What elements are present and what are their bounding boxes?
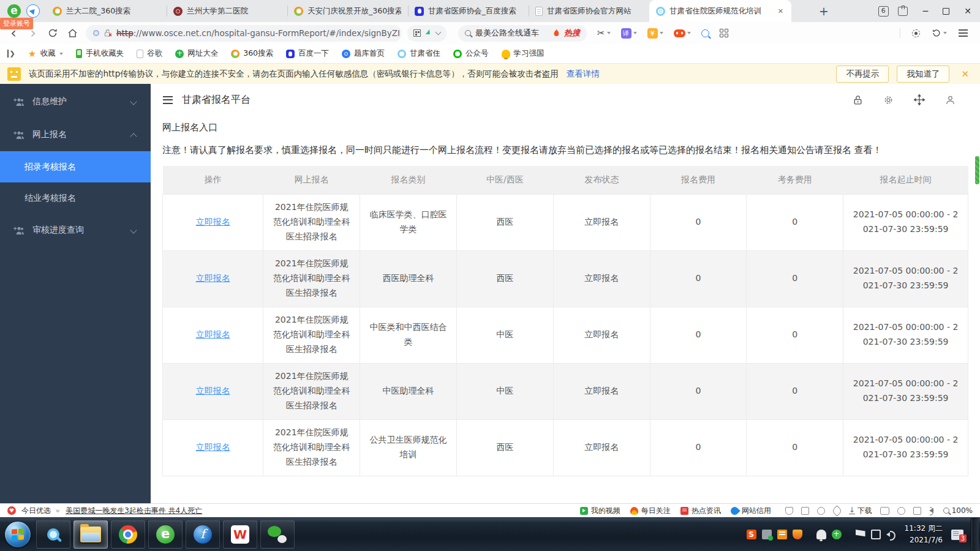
- image-icon[interactable]: [801, 507, 809, 515]
- sidebar-subitem-graduation-exam[interactable]: 结业考核报名: [0, 182, 151, 214]
- rocket-icon[interactable]: [831, 505, 842, 516]
- menu-fold-icon[interactable]: [163, 96, 173, 104]
- status-item[interactable]: 网站信用: [731, 506, 771, 516]
- taskbar-wps-button[interactable]: W: [223, 520, 257, 549]
- close-warning-icon[interactable]: ✕: [961, 69, 969, 80]
- taskbar-search-button[interactable]: [36, 520, 70, 549]
- news-headline-link[interactable]: 美国费城一晚发生3起枪击事件 共4人死亡: [66, 506, 202, 516]
- featured-label[interactable]: 今日优选: [21, 506, 51, 516]
- site-indicator-icon[interactable]: [93, 30, 99, 36]
- apply-now-link[interactable]: 立即报名: [196, 273, 230, 283]
- bookmark-item[interactable]: 360搜索: [231, 48, 273, 59]
- insecure-lock-icon[interactable]: [104, 29, 112, 37]
- address-bar[interactable]: http://www.osce.net.cn/hospital-gansu-Fo…: [86, 25, 402, 42]
- reader-icon[interactable]: [897, 507, 905, 515]
- status-item[interactable]: 每日关注: [630, 506, 671, 516]
- hot-search-label[interactable]: 热搜: [564, 28, 580, 39]
- status-item[interactable]: 我的视频: [580, 506, 620, 516]
- sidebar-item-info-maintenance[interactable]: 信息维护: [0, 85, 151, 118]
- sogou-input-icon[interactable]: S: [747, 530, 756, 539]
- volume-icon[interactable]: [886, 530, 896, 539]
- maximize-button[interactable]: [943, 8, 949, 15]
- notification-bell-icon[interactable]: [816, 530, 826, 539]
- taskbar-explorer-button[interactable]: [74, 520, 108, 549]
- speaker-icon[interactable]: [929, 508, 933, 513]
- browser-search-box[interactable]: 最美公路全线通车 热搜: [458, 25, 587, 42]
- screenshot-scissors-icon[interactable]: ✂: [597, 28, 611, 39]
- network-icon[interactable]: [871, 530, 881, 539]
- close-window-button[interactable]: ✕: [964, 6, 971, 16]
- home-button[interactable]: [62, 28, 82, 39]
- browser-tab[interactable]: 甘肃省住院医师规范化培训✕: [649, 0, 791, 22]
- gear-icon[interactable]: [883, 95, 894, 105]
- safe-plus-icon[interactable]: +: [832, 530, 842, 539]
- chevron-down-icon[interactable]: [435, 29, 442, 36]
- unlock-icon[interactable]: [853, 95, 863, 105]
- refresh-button[interactable]: [43, 28, 62, 39]
- double-chevron-icon[interactable]: »: [53, 509, 62, 512]
- find-icon[interactable]: [701, 29, 709, 37]
- page-scrollbar-thumb[interactable]: [975, 156, 979, 184]
- sidebar-item-online-registration[interactable]: 网上报名: [0, 118, 151, 151]
- split-screen-icon[interactable]: [880, 507, 889, 515]
- move-arrows-icon[interactable]: [914, 94, 925, 105]
- app-window-icon[interactable]: [777, 530, 787, 539]
- dont-remind-button[interactable]: 不再提示: [836, 66, 889, 83]
- view-details-link[interactable]: 查看详情: [567, 69, 600, 80]
- browser-tab[interactable]: 兰州大学第二医院: [167, 0, 287, 22]
- new-tab-button[interactable]: +: [812, 4, 836, 18]
- tab-close-icon[interactable]: ✕: [777, 7, 785, 15]
- taskbar-wechat-button[interactable]: [260, 520, 295, 549]
- undo-history-icon[interactable]: [932, 28, 947, 38]
- user-icon[interactable]: [945, 95, 956, 105]
- navigation-compass-icon[interactable]: [26, 4, 40, 18]
- translate-icon[interactable]: 译: [621, 28, 637, 39]
- sidebar-item-review-progress[interactable]: 审核进度查询: [0, 214, 151, 247]
- bookmark-item[interactable]: 甘肃省住: [398, 48, 440, 59]
- shield-icon[interactable]: [785, 507, 793, 515]
- taskbar-chrome-button[interactable]: [111, 520, 145, 549]
- notes-tray-icon[interactable]: 3: [951, 530, 963, 540]
- bookmark-item[interactable]: 手机收藏夹: [76, 48, 124, 59]
- start-button[interactable]: [2, 520, 33, 549]
- games-icon[interactable]: [674, 29, 691, 37]
- bookmark-item[interactable]: ★收藏: [28, 48, 63, 59]
- bookmark-item[interactable]: 百度一下: [286, 48, 329, 59]
- apply-now-link[interactable]: 立即报名: [196, 217, 230, 227]
- bookmark-item[interactable]: 谷歌: [137, 48, 162, 59]
- media-circle-icon[interactable]: [817, 507, 825, 515]
- apply-now-link[interactable]: 立即报名: [196, 442, 230, 452]
- wallet-icon[interactable]: ￥: [647, 28, 663, 39]
- action-center-flag-icon[interactable]: [856, 530, 865, 539]
- browser-tab[interactable]: 甘肃省医师协会官方网站: [529, 0, 649, 22]
- usb-device-icon[interactable]: [762, 530, 772, 539]
- status-item[interactable]: 热点资讯: [680, 506, 721, 516]
- minimize-button[interactable]: ─: [923, 6, 928, 16]
- taskbar-clock[interactable]: 11:32 周二 2021/7/6: [902, 523, 945, 545]
- bookmark-item[interactable]: 学习强国: [502, 48, 545, 59]
- tab-stash-icon[interactable]: [898, 7, 908, 16]
- bookmark-item[interactable]: 公众号: [453, 48, 489, 59]
- browser-tab[interactable]: 兰大二院_360搜索: [46, 0, 167, 22]
- speed-bolt-icon[interactable]: [426, 29, 431, 34]
- browser-logo-icon[interactable]: e: [7, 4, 21, 18]
- zoom-control[interactable]: 100%: [943, 506, 973, 515]
- got-it-button[interactable]: 我知道了: [897, 66, 949, 83]
- bookmark-item[interactable]: +网址大全: [175, 48, 218, 59]
- taskbar-flash-button[interactable]: f: [186, 520, 220, 549]
- apps-grid-icon[interactable]: [720, 29, 728, 37]
- bookmark-item[interactable]: 题库首页: [342, 48, 385, 59]
- theme-icon[interactable]: [912, 29, 920, 37]
- show-desktop-button[interactable]: [971, 518, 979, 551]
- qr-code-icon[interactable]: [413, 29, 421, 37]
- download-button[interactable]: ↓下载: [849, 506, 872, 516]
- browser-tab[interactable]: 天安门庆祝景开放_360搜索: [287, 0, 408, 22]
- sidebar-subitem-recruitment-exam[interactable]: 招录考核报名: [0, 151, 151, 182]
- bookmarks-panel-icon[interactable]: ❯: [7, 50, 15, 58]
- menu-icon[interactable]: [959, 29, 968, 36]
- tab-count-badge[interactable]: 6: [878, 6, 889, 17]
- taskbar-360browser-button[interactable]: e: [148, 520, 183, 549]
- window-restore-icon[interactable]: [913, 507, 921, 515]
- login-account-badge[interactable]: 登录账号: [0, 18, 33, 29]
- browser-tab[interactable]: 甘肃省医师协会_百度搜索: [408, 0, 529, 22]
